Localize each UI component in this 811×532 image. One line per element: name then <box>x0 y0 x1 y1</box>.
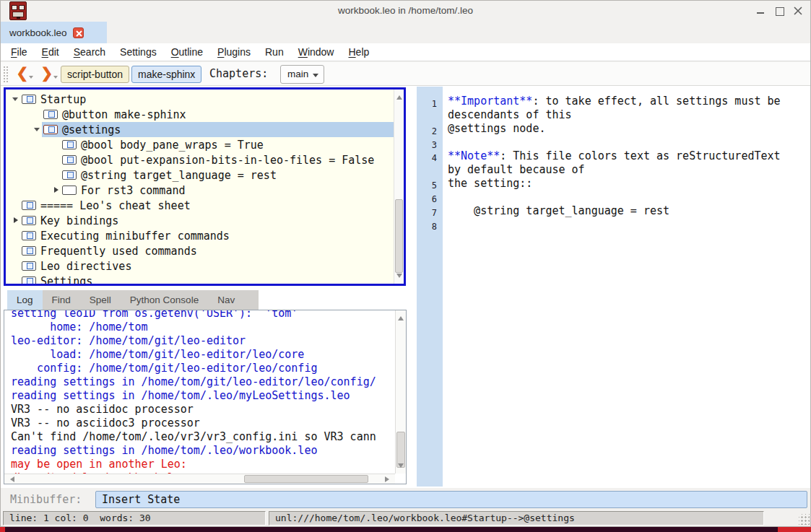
chapters-label: Chapters: <box>209 67 268 80</box>
log-horizontal-scrollbar[interactable] <box>4 474 395 484</box>
outline-node-button-make-sphinx[interactable]: @button make-sphinx <box>6 107 394 122</box>
node-box-icon[interactable] <box>22 95 36 104</box>
script-button[interactable]: script-button <box>61 66 129 83</box>
chapter-select[interactable]: main <box>280 65 324 84</box>
expand-arrow-icon[interactable] <box>52 183 62 198</box>
menu-run[interactable]: Run <box>258 46 291 58</box>
menu-help[interactable]: Help <box>341 46 376 58</box>
outline-node-bool-put-expansion-bits[interactable]: @bool put-expansion-bits-in-leo-files = … <box>6 152 394 167</box>
menu-search[interactable]: Search <box>66 46 113 58</box>
menu-settings[interactable]: Settings <box>113 46 164 58</box>
log-line: config: /home/tom/git/leo-editor/leo/con… <box>11 362 317 375</box>
node-box-icon[interactable] <box>62 186 77 195</box>
node-box-icon[interactable] <box>62 170 77 180</box>
node-box-icon[interactable] <box>22 261 36 271</box>
line-number: 8 <box>432 222 437 232</box>
tab-nav[interactable]: Nav <box>208 290 244 310</box>
log-tabstrip: Find Spell Python Console Nav <box>43 290 259 310</box>
menu-edit[interactable]: Edit <box>35 46 66 58</box>
taskbar-strip <box>0 527 811 532</box>
log-line: reading settings in /home/tom/git/leo-ed… <box>11 375 376 389</box>
outline-node-settings-bottom[interactable]: Settings <box>6 274 394 284</box>
indent-spacer <box>12 228 22 243</box>
outline-node-frequently-used[interactable]: Frequently used commands <box>6 243 394 258</box>
menu-outline[interactable]: Outline <box>164 46 210 58</box>
titlebar[interactable]: workbook.leo in /home/tom/.leo <box>0 0 811 22</box>
node-label: Key bindings <box>40 214 118 227</box>
log-line: reading settings in /home/tom/.leo/workb… <box>11 444 317 458</box>
line-number-gutter: 1 2 3 4 5 6 7 8 <box>417 87 443 487</box>
scrollbar-thumb[interactable] <box>244 475 368 483</box>
scrollbar-thumb[interactable] <box>396 432 405 468</box>
tab-log[interactable]: Log <box>7 290 43 310</box>
expand-arrow-icon[interactable] <box>12 213 22 228</box>
log-line: load: /home/tom/git/leo-editor/leo/core <box>11 348 304 362</box>
outline-node-for-rst3-command[interactable]: For rst3 command <box>6 183 394 198</box>
node-box-icon[interactable] <box>22 231 36 240</box>
menu-window[interactable]: Window <box>291 46 342 58</box>
scroll-up-icon[interactable] <box>398 313 404 320</box>
close-tab-icon[interactable] <box>73 27 84 38</box>
node-label: @string target_language = rest <box>81 169 277 182</box>
scroll-right-icon[interactable] <box>385 476 392 482</box>
outline-node-cheat-sheet[interactable]: ===== Leo's cheat sheet <box>6 198 394 213</box>
scroll-up-icon[interactable] <box>396 92 402 100</box>
outline-node-settings-selected[interactable]: @settings <box>6 122 394 137</box>
icon-toolbar: ❮ ❯ script-button make-sphinx Chapters: … <box>0 62 811 86</box>
minimize-icon[interactable] <box>756 6 765 15</box>
body-line: @string target_language = rest <box>448 204 669 218</box>
nav-forward-button[interactable]: ❯ <box>39 63 55 83</box>
outline-node-leo-directives[interactable]: Leo directives <box>6 258 394 274</box>
log-output: setting leoID from os.getenv('USER'): 't… <box>4 310 395 474</box>
tab-python-console[interactable]: Python Console <box>121 290 208 310</box>
tab-workbook[interactable]: workbook.leo <box>0 22 107 43</box>
menu-plugins[interactable]: Plugins <box>210 46 258 58</box>
outline-scrollbar[interactable] <box>394 90 404 284</box>
close-window-icon[interactable] <box>794 6 802 15</box>
scroll-down-icon[interactable] <box>396 274 402 281</box>
outline-node-bool-body-pane-wraps[interactable]: @bool body_pane_wraps = True <box>6 137 394 152</box>
outline-node-executing-minibuffer[interactable]: Executing minibuffer commands <box>6 228 394 243</box>
log-vertical-scrollbar[interactable] <box>395 310 406 474</box>
log-pane[interactable]: setting leoID from os.getenv('USER'): 't… <box>4 310 407 484</box>
nav-back-button[interactable]: ❮ <box>14 63 30 83</box>
node-box-icon[interactable] <box>22 201 36 210</box>
line-number: 5 <box>432 180 437 191</box>
collapse-arrow-icon[interactable] <box>12 92 22 107</box>
node-label: Executing minibuffer commands <box>40 230 230 243</box>
tab-spell[interactable]: Spell <box>80 290 121 310</box>
node-box-icon[interactable] <box>62 140 77 149</box>
node-label: For rst3 command <box>81 184 186 197</box>
minibuffer-input[interactable] <box>95 491 807 508</box>
indent-spacer <box>12 258 22 274</box>
node-box-icon[interactable] <box>43 110 58 119</box>
maximize-icon[interactable] <box>775 6 784 15</box>
minibuffer-row: Minibuffer: <box>0 488 811 510</box>
line-number: 6 <box>432 194 437 204</box>
node-label: @bool put-expansion-bits-in-leo-files = … <box>81 154 374 167</box>
window-title: workbook.leo in /home/tom/.leo <box>0 5 811 16</box>
body-line: **Important**: to take effect, all setti… <box>448 95 781 108</box>
make-sphinx-button[interactable]: make-sphinx <box>131 66 201 83</box>
body-line: **Note**: This file colors text as reStr… <box>448 149 781 163</box>
menu-file[interactable]: File <box>4 46 35 58</box>
outline-node-key-bindings[interactable]: Key bindings <box>6 213 394 228</box>
node-box-icon[interactable] <box>22 216 36 225</box>
outline-node-startup[interactable]: Startup <box>6 92 394 107</box>
tab-find[interactable]: Find <box>43 290 80 310</box>
toolbar-grip[interactable] <box>3 66 9 82</box>
scroll-down-icon[interactable] <box>398 463 404 471</box>
node-box-icon[interactable] <box>22 246 36 256</box>
scrollbar-thumb[interactable] <box>395 199 403 273</box>
outline-node-string-target-language[interactable]: @string target_language = rest <box>6 167 394 183</box>
collapse-arrow-icon[interactable] <box>33 122 43 137</box>
node-box-icon[interactable] <box>62 155 77 165</box>
log-line: setting leoID from os.getenv('USER'): 't… <box>11 310 298 320</box>
indent-spacer <box>12 198 22 213</box>
node-box-icon[interactable] <box>43 125 58 134</box>
taskbar-red-left <box>0 527 5 532</box>
node-box-icon[interactable] <box>22 276 36 284</box>
resize-grip[interactable] <box>799 514 810 525</box>
scroll-left-icon[interactable] <box>7 476 14 482</box>
minibuffer-label: Minibuffer: <box>10 493 82 506</box>
